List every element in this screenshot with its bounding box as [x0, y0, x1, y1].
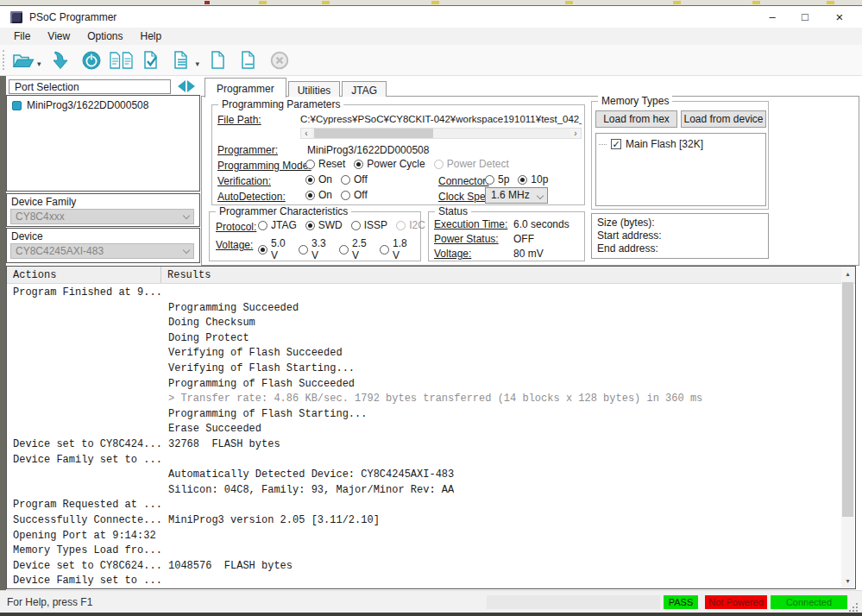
- open-file-icon[interactable]: [10, 48, 36, 72]
- protocol-label[interactable]: Protocol:: [216, 221, 256, 233]
- tab-utilities[interactable]: Utilities: [288, 81, 341, 97]
- verification-label[interactable]: Verification:: [217, 175, 271, 187]
- program-arrow-icon[interactable]: [48, 48, 74, 72]
- menu-options[interactable]: Options: [79, 28, 131, 44]
- radio-on[interactable]: On: [305, 189, 332, 201]
- file-path-value: C:¥Cypress¥PSoC¥CY8CKIT-042¥workspace191…: [300, 114, 582, 124]
- menu-help[interactable]: Help: [132, 28, 171, 44]
- verify-docs-icon[interactable]: [109, 48, 135, 72]
- resize-grip[interactable]: [856, 603, 858, 605]
- radio-off[interactable]: Off: [341, 173, 368, 185]
- port-item[interactable]: MiniProg3/1622DD000508: [7, 96, 199, 115]
- radio-power-cycle[interactable]: Power Cycle: [354, 158, 425, 170]
- log-row[interactable]: Doing Protect: [7, 332, 840, 348]
- log-row[interactable]: Device set to CY8C424...32768 FLASH byte…: [7, 438, 840, 454]
- tab-programmer[interactable]: Programmer: [204, 78, 286, 97]
- new-doc-icon[interactable]: [206, 48, 232, 72]
- log-row[interactable]: Memory Types Load fro...: [7, 544, 840, 560]
- log-row[interactable]: Device Family set to ...: [7, 454, 840, 469]
- group-title: Memory Types: [598, 95, 672, 107]
- maximize-button[interactable]: □: [790, 8, 820, 27]
- voltage-label[interactable]: Voltage:: [216, 239, 253, 251]
- save-doc-icon[interactable]: [236, 48, 262, 72]
- programmer-label[interactable]: Programmer:: [217, 144, 278, 156]
- autodetection-label[interactable]: AutoDetection:: [217, 191, 286, 203]
- radio-5p[interactable]: 5p: [485, 173, 509, 185]
- radio-off[interactable]: Off: [341, 189, 368, 201]
- device-icon: [12, 101, 22, 110]
- menu-view[interactable]: View: [39, 28, 79, 44]
- read-doc-icon[interactable]: [169, 48, 195, 72]
- scrollbar-thumb[interactable]: [842, 282, 853, 517]
- device-family-select: CY8C4xxx: [10, 209, 194, 224]
- tab-jtag[interactable]: JTAG: [342, 81, 387, 97]
- radio-2-5-v[interactable]: 2.5 V: [339, 237, 371, 261]
- programming-mode-label[interactable]: Programming Mode:: [217, 160, 311, 172]
- log-row[interactable]: Automatically Detected Device: CY8C4245A…: [7, 468, 840, 484]
- log-row[interactable]: Successfully Connecte...MiniProg3 versio…: [7, 514, 840, 530]
- toggle-power-icon[interactable]: [79, 48, 104, 72]
- tab-strip: ProgrammerUtilitiesJTAG: [204, 77, 388, 97]
- log-row[interactable]: Device set to CY8C624...1048576 FLASH by…: [7, 560, 840, 575]
- file-path-label[interactable]: File Path:: [217, 114, 261, 126]
- memory-info-box: Size (bytes):Start address:End address:: [591, 213, 769, 259]
- load-from-hex-button[interactable]: Load from hex: [595, 110, 677, 128]
- log-row[interactable]: Program Requested at ...: [7, 499, 840, 514]
- log-row[interactable]: Device Family set to ...: [7, 575, 840, 587]
- scroll-down-icon[interactable]: ▾: [841, 575, 854, 588]
- toolbar: ▾▾: [0, 45, 862, 76]
- log-row[interactable]: Programming of Flash Succeeded: [7, 378, 840, 393]
- checkbox[interactable]: ✓: [611, 139, 621, 149]
- connector-radios: 5p10p: [485, 173, 557, 185]
- log-row[interactable]: Verifying of Flash Succeeded: [7, 347, 840, 362]
- read-doc-dropdown-icon[interactable]: ▾: [196, 60, 200, 68]
- radio-reset[interactable]: Reset: [305, 158, 345, 170]
- radio-i2c: I2C: [396, 219, 425, 231]
- log-row[interactable]: Silicon: 04C8, Family: 93, Major/Minor R…: [7, 484, 840, 500]
- autodetection-radios: OnOff: [305, 189, 376, 201]
- radio-swd[interactable]: SWD: [305, 219, 343, 231]
- minimize-button[interactable]: –: [758, 8, 787, 27]
- checksum-doc-icon[interactable]: [139, 48, 165, 72]
- radio-3-3-v[interactable]: 3.3 V: [299, 237, 330, 261]
- load-from-device-button[interactable]: Load from device: [681, 110, 766, 128]
- open-file-dropdown-icon[interactable]: ▾: [37, 60, 41, 68]
- group-title: Programming Parameters: [218, 98, 343, 110]
- desktop-edge-bottom: [0, 613, 862, 616]
- tree-item[interactable]: ✓Main Flash [32K]: [596, 134, 765, 150]
- log-row[interactable]: Verifying of Flash Starting...: [7, 362, 840, 378]
- scrollbar-thumb[interactable]: [314, 129, 433, 138]
- log-row[interactable]: Opening Port at 9:14:32: [7, 530, 840, 545]
- file-path-scrollbar[interactable]: ‹ ›: [300, 128, 582, 139]
- close-button[interactable]: ×: [825, 8, 854, 27]
- results-column-header[interactable]: Results: [161, 269, 211, 281]
- log-row[interactable]: Doing Checksum: [7, 317, 840, 332]
- dock-arrows-button[interactable]: [174, 79, 198, 93]
- log-row[interactable]: Program Finished at 9...: [7, 286, 840, 302]
- toolbar-grip-handle[interactable]: [3, 50, 5, 70]
- clock-speed-select[interactable]: 1.6 MHz: [485, 187, 548, 204]
- log-row[interactable]: Programming of Flash Starting...: [7, 408, 840, 424]
- scroll-up-icon[interactable]: ▴: [841, 267, 854, 280]
- radio-issp[interactable]: ISSP: [351, 219, 387, 231]
- scroll-right-icon[interactable]: ›: [570, 129, 581, 138]
- radio-jtag[interactable]: JTAG: [258, 219, 297, 231]
- scroll-left-icon[interactable]: ‹: [301, 129, 311, 138]
- log-row[interactable]: > Transfer rate: 4.86 KB/sec. 1792 bytes…: [7, 393, 840, 408]
- memory-info-label: Start address:: [597, 229, 768, 242]
- log-row[interactable]: Erase Succeeded: [7, 423, 840, 438]
- radio-1-8-v[interactable]: 1.8 V: [380, 237, 412, 261]
- radio-5-0-v[interactable]: 5.0 V: [258, 237, 290, 261]
- menu-file[interactable]: File: [5, 28, 39, 44]
- status-row: Voltage:80 mV: [434, 248, 584, 260]
- log-scrollbar[interactable]: ▴ ▾: [841, 267, 854, 588]
- radio-on[interactable]: On: [305, 173, 332, 185]
- radio-10p[interactable]: 10p: [518, 173, 548, 185]
- connector-label[interactable]: Connector:: [438, 175, 489, 187]
- log-header: Actions Results: [7, 267, 855, 284]
- status-row: Power Status:OFF: [434, 233, 584, 245]
- log-row[interactable]: Programming Succeeded: [7, 302, 840, 317]
- actions-column-header[interactable]: Actions: [7, 267, 161, 283]
- device-box: Device CY8C4245AXI-483: [6, 228, 200, 263]
- app-icon: [10, 11, 22, 23]
